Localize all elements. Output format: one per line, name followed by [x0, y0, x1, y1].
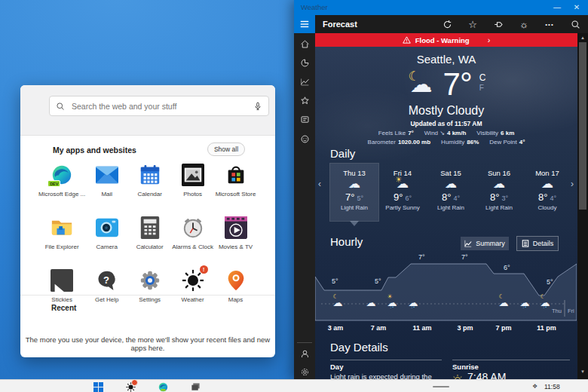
- alert-banner[interactable]: Flood - Warning ›: [315, 33, 577, 47]
- more-button[interactable]: •••: [537, 21, 562, 28]
- line-chart-icon: [300, 77, 310, 87]
- search-section: [20, 85, 275, 136]
- unit-celsius-toggle[interactable]: C: [479, 73, 486, 83]
- daily-condition: Light Rain: [330, 204, 378, 211]
- daily-condition: Cloudy: [523, 204, 571, 211]
- task-view-button[interactable]: [191, 381, 201, 391]
- feels-like: Feels Like7°: [378, 130, 414, 136]
- daily-card-mon[interactable]: Mon 17 ☁ 8°4° Cloudy: [523, 164, 571, 221]
- unit-fahrenheit-toggle[interactable]: F: [479, 83, 486, 93]
- daily-card-fri[interactable]: Fri 14 ☀☁ 9°6° Partly Sunny: [378, 164, 427, 221]
- sidebar-item-maps[interactable]: [294, 54, 315, 71]
- launcher-panel: My apps and websites Show all DEV Micros…: [20, 85, 275, 357]
- notification-badge: [131, 379, 138, 386]
- sunrise-time: 7:48 AM: [467, 371, 506, 379]
- warning-icon: [403, 36, 411, 44]
- sidebar-item-favorites[interactable]: [294, 92, 315, 109]
- vertical-scrollbar[interactable]: ▲ ▼: [577, 33, 588, 379]
- show-all-button[interactable]: Show all: [207, 142, 245, 156]
- hamburger-menu-button[interactable]: [294, 15, 315, 33]
- daily-card-sun[interactable]: Sun 16 ☁:• 8°3° Light Rain: [475, 164, 523, 221]
- daily-card-thu[interactable]: Thu 13 ☁:• 7°5° Light Rain: [330, 164, 378, 221]
- star-icon: [300, 96, 310, 106]
- current-conditions-button[interactable]: ☼: [511, 19, 537, 30]
- get-help-icon: ?: [94, 268, 120, 293]
- condition-text: Mostly Cloudy: [315, 104, 577, 118]
- partly-sunny-icon: ☀☁: [394, 178, 411, 190]
- app-tile-stickies[interactable]: Stickies: [38, 268, 85, 304]
- app-tile-calculator[interactable]: Calculator: [128, 215, 171, 251]
- app-tile-file-explorer[interactable]: File Explorer: [38, 215, 85, 251]
- hourly-temp-label: 6°: [504, 264, 510, 271]
- list-icon: [522, 240, 529, 247]
- scroll-up-icon[interactable]: ▲: [577, 35, 588, 40]
- app-tile-microsoft-store[interactable]: Microsoft Store: [214, 162, 257, 198]
- search-button[interactable]: [562, 20, 588, 29]
- photos-icon: [180, 162, 206, 188]
- taskbar-weather-button[interactable]: [126, 381, 136, 391]
- app-tile-get-help[interactable]: ? Get Help: [85, 268, 128, 304]
- search-box[interactable]: [49, 96, 269, 116]
- app-sidebar: [294, 15, 315, 379]
- app-tile-weather[interactable]: ! Weather: [171, 268, 214, 304]
- sidebar-item-account[interactable]: [294, 345, 315, 362]
- app-tile-movies-tv[interactable]: Movies & TV: [214, 215, 257, 251]
- taskbar-edge-button[interactable]: [158, 381, 168, 391]
- task-view-icon: [191, 382, 201, 392]
- tray-icon[interactable]: ❖: [532, 383, 537, 390]
- search-icon: [56, 102, 65, 111]
- alert-label: Flood - Warning: [415, 36, 470, 44]
- hourly-temp-label: 5°: [332, 277, 338, 285]
- refresh-button[interactable]: [434, 20, 460, 29]
- hourly-temp-label: 7°: [461, 253, 468, 261]
- microphone-icon[interactable]: [253, 102, 262, 111]
- daily-card-sat[interactable]: Sat 15 ☁:• 8°4° Light Rain: [427, 164, 475, 221]
- app-label: Photos: [183, 191, 202, 198]
- mostly-cloudy-night-icon: ☾ ☁: [407, 73, 436, 96]
- sunrise-label: Sunrise: [452, 363, 479, 371]
- minimize-button[interactable]: —: [550, 2, 564, 14]
- daily-prev-chevron[interactable]: ‹: [318, 179, 321, 189]
- hourly-icon-sun-shower: ☀☁:•: [387, 296, 397, 308]
- hamburger-icon: [299, 19, 310, 29]
- app-tile-camera[interactable]: Camera: [85, 215, 128, 251]
- hourly-summary-chart[interactable]: 5° 5° 7° 7° 6° 5° ☾☁ ☁ ☀☁:• ☁:• ☾☁ ☁:• ☾…: [315, 256, 577, 338]
- sidebar-item-settings[interactable]: [294, 363, 315, 379]
- file-explorer-icon: [49, 215, 75, 240]
- close-button[interactable]: ✕: [570, 2, 583, 14]
- pin-button[interactable]: [485, 20, 511, 29]
- window-titlebar[interactable]: Weather — ✕: [294, 0, 588, 15]
- hourly-icon-rain: ☁:•: [409, 296, 418, 308]
- hourly-temp-label: 7°: [418, 253, 425, 261]
- clock[interactable]: 11:58: [544, 383, 560, 390]
- column-divider: [452, 360, 570, 360]
- taskbar-handle[interactable]: [433, 386, 449, 387]
- details-tab-button[interactable]: Details: [517, 237, 558, 250]
- favorite-button[interactable]: ☆: [460, 19, 485, 30]
- sidebar-item-forecast[interactable]: [294, 35, 315, 52]
- scrollbar-thumb[interactable]: [579, 42, 586, 210]
- scroll-down-icon[interactable]: ▼: [577, 369, 588, 374]
- summary-tab-button[interactable]: Summary: [461, 237, 509, 250]
- daily-high: 7°: [345, 191, 354, 203]
- app-label: File Explorer: [45, 243, 79, 250]
- daily-day: Mon 17: [523, 169, 571, 177]
- visibility: Visibility6 km: [476, 130, 514, 136]
- app-tile-photos[interactable]: Photos: [171, 162, 214, 198]
- app-tile-calendar[interactable]: Calendar: [128, 162, 171, 198]
- chart-icon: [464, 240, 472, 247]
- app-tile-microsoft-edge[interactable]: DEV Microsoft Edge ...: [38, 162, 85, 198]
- app-tile-settings[interactable]: Settings: [128, 268, 171, 304]
- app-tile-mail[interactable]: Mail: [85, 162, 128, 198]
- app-tile-alarms-clock[interactable]: Alarms & Clock: [171, 215, 214, 251]
- app-tile-maps[interactable]: Maps: [214, 268, 257, 304]
- day-boundary-left: Thu: [552, 308, 562, 314]
- daily-low: 4°: [453, 194, 460, 202]
- start-button[interactable]: [93, 381, 103, 391]
- search-input[interactable]: [70, 101, 248, 112]
- alarm-clock-icon: [180, 215, 206, 240]
- sidebar-item-historical-weather[interactable]: [294, 73, 315, 90]
- sidebar-item-feedback[interactable]: [294, 130, 315, 147]
- recent-hint-text: The more you use your device, the more w…: [20, 335, 275, 352]
- sidebar-item-news[interactable]: [294, 111, 315, 127]
